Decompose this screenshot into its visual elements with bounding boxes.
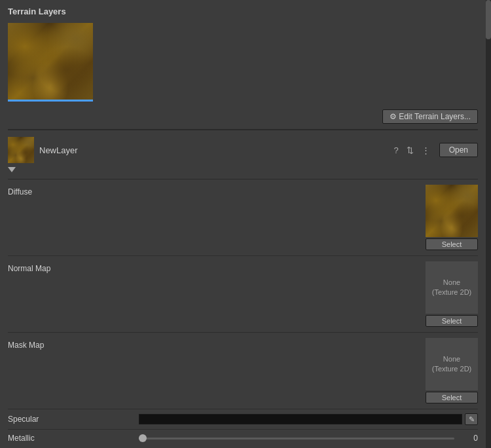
- mask-map-property-row: Mask Map None (Texture 2D) Select: [8, 333, 478, 409]
- diffuse-property-row: Diffuse Select: [8, 179, 478, 256]
- normal-map-empty-line1: None: [443, 278, 460, 288]
- edit-button-row: ⚙ Edit Terrain Layers...: [8, 109, 478, 124]
- open-button[interactable]: Open: [439, 143, 478, 157]
- diffuse-select-button[interactable]: Select: [426, 238, 478, 250]
- scroll-thumb[interactable]: [486, 0, 491, 39]
- expand-icon[interactable]: [8, 167, 16, 172]
- normal-map-control: None (Texture 2D) Select: [139, 261, 478, 327]
- terrain-thumbnail[interactable]: [8, 23, 93, 102]
- panel-title: Terrain Layers: [8, 7, 478, 16]
- mask-map-empty-line1: None: [443, 354, 460, 364]
- metallic-value: 0: [458, 434, 478, 443]
- selection-indicator: [8, 100, 93, 102]
- normal-map-texture-slot[interactable]: None (Texture 2D): [426, 261, 478, 314]
- specular-color-bar[interactable]: [139, 414, 462, 424]
- specular-label: Specular: [8, 415, 139, 424]
- layer-thumbnail: [8, 137, 34, 163]
- diffuse-control: Select: [139, 185, 478, 250]
- mask-map-empty-line2: (Texture 2D): [432, 364, 472, 374]
- normal-map-select-button[interactable]: Select: [426, 315, 478, 327]
- metallic-slider[interactable]: [139, 438, 454, 439]
- mask-map-texture-slot[interactable]: None (Texture 2D): [426, 338, 478, 390]
- layer-icons: ? ⇅ ⋮: [392, 144, 431, 157]
- normal-map-label: Normal Map: [8, 261, 139, 273]
- metallic-control: 0: [139, 434, 478, 443]
- sliders-icon-button[interactable]: ⇅: [405, 144, 415, 157]
- diffuse-label: Diffuse: [8, 185, 139, 196]
- scrollbar[interactable]: [486, 0, 491, 448]
- layer-name: NewLayer: [39, 145, 387, 155]
- help-icon-button[interactable]: ?: [392, 144, 399, 157]
- mask-map-label: Mask Map: [8, 338, 139, 350]
- eyedropper-button[interactable]: ✎: [465, 413, 478, 425]
- edit-terrain-layers-button[interactable]: ⚙ Edit Terrain Layers...: [382, 109, 478, 124]
- menu-icon-button[interactable]: ⋮: [420, 144, 431, 157]
- specular-property-row: Specular ✎: [8, 409, 478, 430]
- mask-map-select-button[interactable]: Select: [426, 392, 478, 403]
- specular-control: ✎: [139, 413, 478, 425]
- thumbnail-row: [8, 23, 478, 102]
- normal-map-empty-line2: (Texture 2D): [432, 288, 472, 297]
- metallic-label: Metallic: [8, 434, 139, 443]
- diffuse-texture-slot[interactable]: [426, 185, 478, 237]
- terrain-texture-preview: [8, 23, 93, 102]
- metallic-property-row: Metallic 0: [8, 430, 478, 447]
- mask-map-control: None (Texture 2D) Select: [139, 338, 478, 403]
- layer-actions: [8, 166, 478, 175]
- normal-map-property-row: Normal Map None (Texture 2D) Select: [8, 256, 478, 333]
- layer-header: NewLayer ? ⇅ ⋮ Open: [8, 134, 478, 166]
- layer-item: NewLayer ? ⇅ ⋮ Open: [8, 130, 478, 179]
